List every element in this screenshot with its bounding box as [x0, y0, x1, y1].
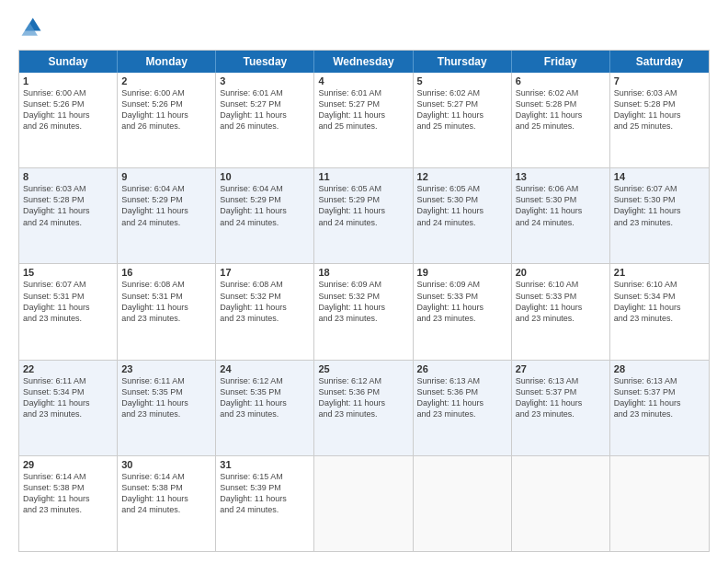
- day-cell-8: 8Sunrise: 6:03 AM Sunset: 5:28 PM Daylig…: [19, 168, 118, 263]
- day-cell-27: 27Sunrise: 6:13 AM Sunset: 5:37 PM Dayli…: [512, 361, 610, 455]
- calendar-week-1: 1Sunrise: 6:00 AM Sunset: 5:26 PM Daylig…: [19, 73, 709, 168]
- day-info: Sunrise: 6:09 AM Sunset: 5:33 PM Dayligh…: [417, 279, 507, 324]
- day-cell-23: 23Sunrise: 6:11 AM Sunset: 5:35 PM Dayli…: [118, 361, 216, 455]
- weekday-header-sunday: Sunday: [19, 51, 118, 73]
- day-number: 19: [417, 267, 507, 278]
- day-cell-10: 10Sunrise: 6:04 AM Sunset: 5:29 PM Dayli…: [216, 168, 314, 263]
- header: [18, 15, 710, 40]
- day-number: 31: [220, 459, 310, 470]
- day-number: 29: [23, 459, 113, 470]
- day-number: 21: [614, 267, 705, 278]
- day-info: Sunrise: 6:07 AM Sunset: 5:30 PM Dayligh…: [614, 183, 705, 228]
- day-cell-24: 24Sunrise: 6:12 AM Sunset: 5:35 PM Dayli…: [216, 361, 314, 455]
- day-cell-22: 22Sunrise: 6:11 AM Sunset: 5:34 PM Dayli…: [19, 361, 118, 455]
- day-number: 10: [220, 171, 310, 182]
- day-info: Sunrise: 6:12 AM Sunset: 5:36 PM Dayligh…: [318, 375, 408, 420]
- day-number: 7: [614, 75, 705, 86]
- day-number: 9: [121, 171, 211, 182]
- day-cell-21: 21Sunrise: 6:10 AM Sunset: 5:34 PM Dayli…: [610, 264, 709, 359]
- weekday-header-tuesday: Tuesday: [216, 51, 314, 73]
- day-info: Sunrise: 6:03 AM Sunset: 5:28 PM Dayligh…: [23, 183, 113, 228]
- day-info: Sunrise: 6:03 AM Sunset: 5:28 PM Dayligh…: [614, 87, 705, 132]
- day-cell-4: 4Sunrise: 6:01 AM Sunset: 5:27 PM Daylig…: [314, 73, 413, 167]
- day-number: 16: [121, 267, 211, 278]
- day-number: 1: [23, 75, 113, 86]
- day-number: 8: [23, 171, 113, 182]
- day-number: 14: [614, 171, 705, 182]
- day-cell-11: 11Sunrise: 6:05 AM Sunset: 5:29 PM Dayli…: [314, 168, 413, 263]
- day-cell-14: 14Sunrise: 6:07 AM Sunset: 5:30 PM Dayli…: [610, 168, 709, 263]
- day-info: Sunrise: 6:13 AM Sunset: 5:36 PM Dayligh…: [417, 375, 507, 420]
- weekday-header-friday: Friday: [512, 51, 610, 73]
- day-cell-20: 20Sunrise: 6:10 AM Sunset: 5:33 PM Dayli…: [512, 264, 610, 359]
- calendar-header: SundayMondayTuesdayWednesdayThursdayFrid…: [19, 51, 709, 73]
- day-cell-2: 2Sunrise: 6:00 AM Sunset: 5:26 PM Daylig…: [118, 73, 216, 167]
- day-info: Sunrise: 6:07 AM Sunset: 5:31 PM Dayligh…: [23, 279, 113, 324]
- logo: [18, 15, 48, 40]
- day-cell-empty: [610, 456, 709, 551]
- day-number: 3: [220, 75, 310, 86]
- day-info: Sunrise: 6:10 AM Sunset: 5:33 PM Dayligh…: [516, 279, 606, 324]
- day-info: Sunrise: 6:13 AM Sunset: 5:37 PM Dayligh…: [516, 375, 606, 420]
- day-number: 24: [220, 363, 310, 374]
- day-cell-3: 3Sunrise: 6:01 AM Sunset: 5:27 PM Daylig…: [216, 73, 314, 167]
- day-cell-empty: [414, 456, 512, 551]
- day-number: 11: [318, 171, 408, 182]
- day-number: 25: [318, 363, 408, 374]
- day-info: Sunrise: 6:02 AM Sunset: 5:27 PM Dayligh…: [417, 87, 507, 132]
- day-cell-5: 5Sunrise: 6:02 AM Sunset: 5:27 PM Daylig…: [414, 73, 512, 167]
- day-number: 6: [516, 75, 606, 86]
- day-info: Sunrise: 6:11 AM Sunset: 5:35 PM Dayligh…: [121, 375, 211, 420]
- calendar-week-3: 15Sunrise: 6:07 AM Sunset: 5:31 PM Dayli…: [19, 264, 709, 360]
- day-info: Sunrise: 6:01 AM Sunset: 5:27 PM Dayligh…: [220, 87, 310, 132]
- day-number: 28: [614, 363, 705, 374]
- day-number: 13: [516, 171, 606, 182]
- day-info: Sunrise: 6:11 AM Sunset: 5:34 PM Dayligh…: [23, 375, 113, 420]
- day-info: Sunrise: 6:05 AM Sunset: 5:30 PM Dayligh…: [417, 183, 507, 228]
- day-number: 22: [23, 363, 113, 374]
- day-info: Sunrise: 6:06 AM Sunset: 5:30 PM Dayligh…: [516, 183, 606, 228]
- day-number: 18: [318, 267, 408, 278]
- day-number: 2: [121, 75, 211, 86]
- day-number: 12: [417, 171, 507, 182]
- day-info: Sunrise: 6:04 AM Sunset: 5:29 PM Dayligh…: [121, 183, 211, 228]
- day-info: Sunrise: 6:08 AM Sunset: 5:31 PM Dayligh…: [121, 279, 211, 324]
- day-number: 20: [516, 267, 606, 278]
- day-info: Sunrise: 6:14 AM Sunset: 5:38 PM Dayligh…: [121, 471, 211, 516]
- weekday-header-wednesday: Wednesday: [314, 51, 413, 73]
- day-cell-16: 16Sunrise: 6:08 AM Sunset: 5:31 PM Dayli…: [118, 264, 216, 359]
- weekday-header-saturday: Saturday: [610, 51, 709, 73]
- day-number: 4: [318, 75, 408, 86]
- day-cell-30: 30Sunrise: 6:14 AM Sunset: 5:38 PM Dayli…: [118, 456, 216, 551]
- day-info: Sunrise: 6:12 AM Sunset: 5:35 PM Dayligh…: [220, 375, 310, 420]
- day-number: 23: [121, 363, 211, 374]
- day-info: Sunrise: 6:08 AM Sunset: 5:32 PM Dayligh…: [220, 279, 310, 324]
- day-info: Sunrise: 6:04 AM Sunset: 5:29 PM Dayligh…: [220, 183, 310, 228]
- calendar-week-4: 22Sunrise: 6:11 AM Sunset: 5:34 PM Dayli…: [19, 361, 709, 456]
- day-number: 27: [516, 363, 606, 374]
- day-cell-1: 1Sunrise: 6:00 AM Sunset: 5:26 PM Daylig…: [19, 73, 118, 167]
- day-cell-empty: [314, 456, 413, 551]
- day-info: Sunrise: 6:15 AM Sunset: 5:39 PM Dayligh…: [220, 471, 310, 516]
- day-number: 5: [417, 75, 507, 86]
- day-info: Sunrise: 6:14 AM Sunset: 5:38 PM Dayligh…: [23, 471, 113, 516]
- calendar: SundayMondayTuesdayWednesdayThursdayFrid…: [18, 50, 710, 552]
- day-cell-26: 26Sunrise: 6:13 AM Sunset: 5:36 PM Dayli…: [414, 361, 512, 455]
- day-cell-7: 7Sunrise: 6:03 AM Sunset: 5:28 PM Daylig…: [610, 73, 709, 167]
- day-cell-25: 25Sunrise: 6:12 AM Sunset: 5:36 PM Dayli…: [314, 361, 413, 455]
- day-cell-18: 18Sunrise: 6:09 AM Sunset: 5:32 PM Dayli…: [314, 264, 413, 359]
- calendar-body: 1Sunrise: 6:00 AM Sunset: 5:26 PM Daylig…: [19, 73, 709, 551]
- logo-icon: [18, 15, 44, 40]
- day-cell-9: 9Sunrise: 6:04 AM Sunset: 5:29 PM Daylig…: [118, 168, 216, 263]
- weekday-header-monday: Monday: [118, 51, 216, 73]
- day-info: Sunrise: 6:09 AM Sunset: 5:32 PM Dayligh…: [318, 279, 408, 324]
- day-cell-13: 13Sunrise: 6:06 AM Sunset: 5:30 PM Dayli…: [512, 168, 610, 263]
- page: SundayMondayTuesdayWednesdayThursdayFrid…: [0, 0, 728, 563]
- day-cell-12: 12Sunrise: 6:05 AM Sunset: 5:30 PM Dayli…: [414, 168, 512, 263]
- weekday-header-thursday: Thursday: [414, 51, 512, 73]
- day-cell-6: 6Sunrise: 6:02 AM Sunset: 5:28 PM Daylig…: [512, 73, 610, 167]
- day-number: 15: [23, 267, 113, 278]
- day-cell-19: 19Sunrise: 6:09 AM Sunset: 5:33 PM Dayli…: [414, 264, 512, 359]
- day-info: Sunrise: 6:01 AM Sunset: 5:27 PM Dayligh…: [318, 87, 408, 132]
- day-number: 30: [121, 459, 211, 470]
